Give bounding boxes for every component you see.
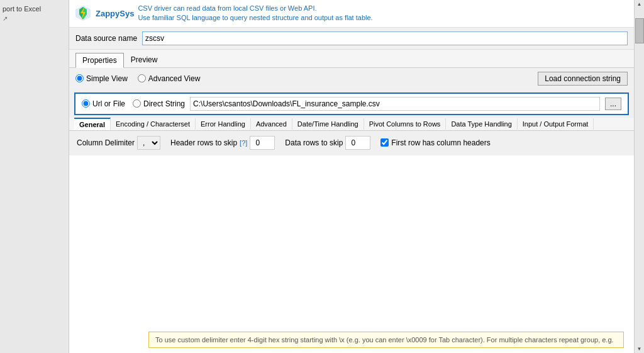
- inner-tab-pivot[interactable]: Pivot Columns to Rows: [364, 118, 447, 130]
- header-bar: ZappySys CSV driver can read data from l…: [69, 0, 634, 28]
- options-row: Simple View Advanced View Load connectio…: [69, 68, 634, 90]
- datasource-label: Data source name: [75, 34, 137, 43]
- advanced-view-radio-input[interactable]: [138, 74, 146, 82]
- direct-string-radio[interactable]: Direct String: [133, 99, 185, 108]
- inner-tab-encoding[interactable]: Encoding / Characterset: [111, 118, 196, 130]
- data-rows-group: Data rows to skip: [285, 136, 370, 150]
- right-scrollbar[interactable]: ▲ ▼: [634, 0, 644, 353]
- logo-area: ZappySys CSV driver can read data from l…: [74, 4, 373, 23]
- header-rows-label: Header rows to skip: [170, 138, 237, 147]
- content-area: [69, 155, 634, 353]
- simple-view-label: Simple View: [86, 74, 128, 83]
- url-file-row: Url or File Direct String ...: [74, 92, 629, 115]
- inner-tab-general[interactable]: General: [74, 118, 111, 130]
- header-rows-help[interactable]: [?]: [240, 139, 247, 147]
- load-connection-string-button[interactable]: Load connection string: [538, 72, 628, 86]
- source-type-radio-group: Url or File Direct String: [82, 99, 185, 108]
- first-row-checkbox[interactable]: [380, 138, 389, 147]
- left-panel-label: port to Excel: [3, 5, 66, 13]
- inner-tab-input-output[interactable]: Input / Output Format: [518, 118, 594, 130]
- column-delimiter-select[interactable]: , ; | \t: [137, 136, 160, 150]
- direct-string-label: Direct String: [143, 99, 185, 108]
- column-delimiter-group: Column Delimiter , ; | \t: [77, 136, 160, 150]
- scroll-up-arrow[interactable]: ▲: [636, 0, 643, 8]
- zappysys-logo: [74, 4, 92, 22]
- inner-tab-advanced[interactable]: Advanced: [251, 118, 292, 130]
- scroll-thumb[interactable]: [635, 18, 644, 43]
- main-tabs-row: Properties Preview: [69, 50, 634, 68]
- header-rows-input[interactable]: [250, 136, 275, 150]
- url-input[interactable]: [190, 97, 600, 111]
- header-line2: Use familiar SQL language to query neste…: [138, 13, 372, 23]
- general-settings-row: Column Delimiter , ; | \t Header rows to…: [69, 131, 634, 155]
- inner-tab-datatype[interactable]: Data Type Handling: [446, 118, 517, 130]
- inner-tab-error-handling[interactable]: Error Handling: [196, 118, 251, 130]
- advanced-view-label: Advanced View: [148, 74, 201, 83]
- tab-preview[interactable]: Preview: [124, 52, 165, 67]
- inner-tabs-row: General Encoding / Characterset Error Ha…: [69, 118, 634, 131]
- datasource-input[interactable]: [142, 31, 628, 45]
- first-row-checkbox-group: First row has column headers: [380, 138, 490, 147]
- url-or-file-radio-input[interactable]: [82, 99, 90, 108]
- inner-tab-datetime[interactable]: Date/Time Handling: [292, 118, 364, 130]
- tab-properties[interactable]: Properties: [75, 53, 124, 68]
- data-rows-label: Data rows to skip: [285, 138, 343, 147]
- advanced-view-radio[interactable]: Advanced View: [138, 74, 201, 83]
- left-arrow-icon: ↗: [3, 15, 66, 22]
- view-radio-group: Simple View Advanced View: [75, 74, 200, 83]
- url-or-file-label: Url or File: [92, 99, 125, 108]
- browse-button[interactable]: ...: [605, 98, 621, 110]
- bottom-note: To use custom delimiter enter 4-digit he…: [148, 332, 624, 348]
- zappysys-text: ZappySys: [96, 9, 134, 18]
- simple-view-radio[interactable]: Simple View: [75, 74, 128, 83]
- data-rows-input[interactable]: [345, 136, 370, 150]
- datasource-row: Data source name: [69, 28, 634, 50]
- header-line1: CSV driver can read data from local CSV …: [138, 4, 372, 13]
- scroll-down-arrow[interactable]: ▼: [636, 345, 643, 353]
- direct-string-radio-input[interactable]: [133, 99, 141, 108]
- first-row-label: First row has column headers: [391, 138, 490, 147]
- url-or-file-radio[interactable]: Url or File: [82, 99, 125, 108]
- simple-view-radio-input[interactable]: [75, 74, 84, 82]
- column-delimiter-label: Column Delimiter: [77, 138, 135, 147]
- header-rows-group: Header rows to skip [?]: [170, 136, 275, 150]
